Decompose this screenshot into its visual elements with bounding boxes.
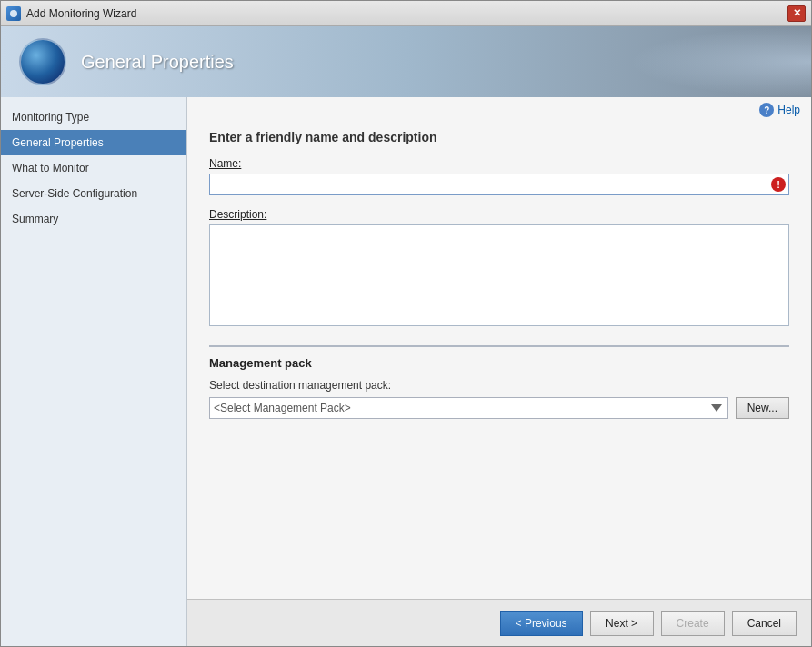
sidebar-item-monitoring-type[interactable]: Monitoring Type [1, 105, 186, 130]
svg-point-0 [10, 10, 17, 17]
section-title: Enter a friendly name and description [209, 130, 789, 144]
name-field-group: Name: ! [209, 157, 789, 195]
management-pack-section: Management pack Select destination manag… [209, 345, 789, 419]
help-label: Help [777, 104, 800, 116]
previous-button[interactable]: < Previous [500, 611, 583, 636]
content-area: ? Help Enter a friendly name and descrip… [187, 97, 811, 646]
help-bar: ? Help [187, 97, 811, 123]
header-banner: General Properties [1, 26, 811, 97]
management-pack-select[interactable]: <Select Management Pack> [209, 397, 728, 419]
name-label: Name: [209, 157, 789, 170]
footer: < Previous Next > Create Cancel [187, 599, 811, 646]
new-management-pack-button[interactable]: New... [736, 397, 789, 419]
description-field-group: Description: [209, 208, 789, 329]
help-link[interactable]: ? Help [759, 103, 800, 117]
error-icon: ! [771, 177, 786, 192]
close-button[interactable]: ✕ [787, 5, 806, 22]
wizard-window: Add Monitoring Wizard ✕ General Properti… [0, 0, 812, 647]
form-section: Enter a friendly name and description Na… [187, 123, 811, 433]
management-pack-title: Management pack [209, 356, 789, 370]
select-row: <Select Management Pack> New... [209, 397, 789, 419]
next-button[interactable]: Next > [590, 611, 654, 636]
help-circle-icon: ? [759, 103, 774, 117]
wizard-icon [6, 6, 21, 21]
sidebar: Monitoring Type General Properties What … [1, 97, 187, 646]
description-textarea[interactable] [209, 224, 789, 326]
header-globe-icon [19, 38, 66, 85]
sidebar-item-what-to-monitor[interactable]: What to Monitor [1, 155, 186, 181]
content-inner: ? Help Enter a friendly name and descrip… [187, 97, 811, 599]
create-button[interactable]: Create [661, 611, 725, 636]
sidebar-item-server-side-config[interactable]: Server-Side Configuration [1, 181, 186, 206]
main-layout: Monitoring Type General Properties What … [1, 97, 811, 646]
titlebar: Add Monitoring Wizard ✕ [1, 1, 811, 26]
sidebar-item-general-properties[interactable]: General Properties [1, 130, 186, 155]
titlebar-left: Add Monitoring Wizard [6, 6, 136, 21]
name-input[interactable] [209, 174, 789, 195]
name-field-wrapper: ! [209, 174, 789, 195]
destination-label: Select destination management pack: [209, 379, 789, 392]
sidebar-item-summary[interactable]: Summary [1, 206, 186, 232]
description-label: Description: [209, 208, 789, 221]
titlebar-title: Add Monitoring Wizard [26, 7, 136, 20]
cancel-button[interactable]: Cancel [732, 611, 797, 636]
header-title: General Properties [81, 52, 234, 73]
